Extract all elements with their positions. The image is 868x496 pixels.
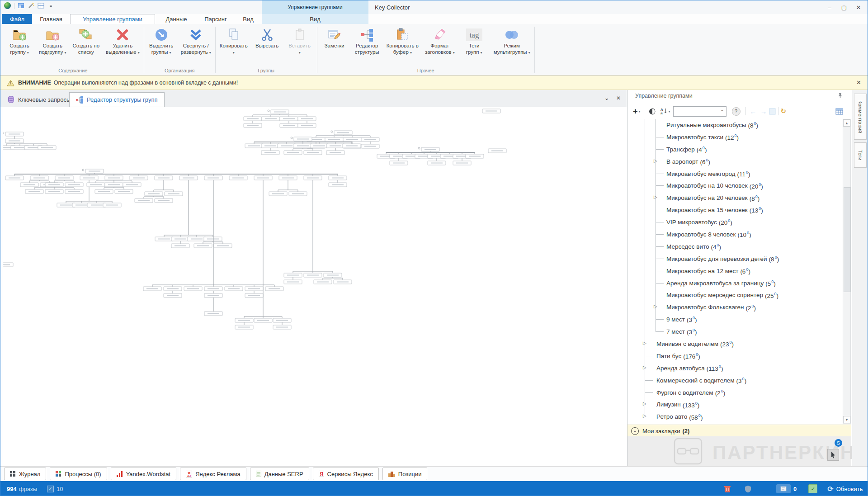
tab-view[interactable]: Вид (236, 14, 260, 24)
tab-parsing[interactable]: Парсинг (198, 14, 234, 24)
group-tree-item[interactable]: Пати бус(1760) (627, 350, 843, 362)
split-table-icon[interactable] (38, 2, 44, 9)
add-group-button[interactable]: + (633, 107, 638, 116)
tab-data[interactable]: Данные (158, 14, 195, 24)
group-tree-item[interactable]: Аренда микроавтобуса за границу(50) (627, 277, 843, 289)
group-tree-item[interactable]: Микроавтобус на 10 человек(200) (627, 180, 843, 192)
collapse-expand-button[interactable]: Свернуть / развернуть (178, 24, 214, 67)
group-tree-item[interactable]: Трансфер(40) (627, 143, 843, 156)
refresh-icon[interactable]: ⟳ (827, 485, 833, 493)
serp-data-button[interactable]: Данные SERP (250, 468, 309, 480)
processes-button[interactable]: Процессы (0) (50, 468, 107, 480)
create-subgroup-button[interactable]: Создать подгруппу (36, 24, 70, 67)
cursor-button[interactable] (827, 449, 839, 461)
positions-button[interactable]: Позиции (382, 468, 428, 480)
group-tree-item[interactable]: Микроавтобус для перевозки детей(80) (627, 253, 843, 265)
group-tree-item[interactable]: Микроавтобус 8 человек(100) (627, 228, 843, 241)
status-ok-checkbox[interactable]: ✓ (808, 484, 817, 493)
toggle-view-icon[interactable] (649, 108, 656, 115)
group-tree-item[interactable]: Микроавтобус мерседес спринтер(250) (627, 289, 843, 301)
bookmarks-bar[interactable]: ⌄ Мои закладки (2) (627, 425, 851, 437)
scroll-up-icon[interactable]: ▲ (843, 119, 850, 127)
tab-file[interactable]: Файл (2, 14, 32, 24)
sort-dropdown[interactable] (669, 109, 670, 113)
minimize-button[interactable]: – (823, 2, 836, 13)
scroll-down-icon[interactable]: ▼ (843, 416, 850, 423)
group-tree-item[interactable]: Коммерческий с водителем(30) (627, 374, 843, 387)
warning-close-icon[interactable]: ✕ (856, 79, 861, 86)
yandex-ads-button[interactable]: ЯAd Яндекс Реклама (180, 468, 246, 480)
close-button[interactable]: ✕ (852, 2, 865, 13)
group-filter-combobox[interactable] (673, 106, 726, 117)
yandex-services-button[interactable]: Я Сервисы Яндекс (313, 468, 379, 480)
group-tree-item[interactable]: ▷Микроавтобус Фольксваген(20) (627, 301, 843, 313)
doc-tab-close-icon[interactable]: ✕ (616, 95, 621, 101)
group-tags-button[interactable]: tag Теги групп (458, 24, 491, 67)
sort-icon[interactable]: Ая (660, 108, 668, 115)
expand-triangle-icon[interactable]: ▷ (654, 194, 657, 199)
doc-tab-structure-editor[interactable]: Редактор структуры групп (69, 92, 165, 107)
copy-to-clipboard-button[interactable]: Копировать в буфер (383, 24, 422, 67)
expand-triangle-icon[interactable]: ▷ (643, 340, 646, 345)
journal-button[interactable]: Журнал (4, 468, 46, 480)
wand-icon[interactable] (28, 2, 34, 9)
group-count: (1130) (707, 364, 723, 372)
folders-plus-icon (79, 27, 93, 43)
tab-list-chevron-icon[interactable]: ⌄ (604, 95, 609, 101)
group-tree-item[interactable]: ▷Ретро авто(580) (627, 411, 843, 423)
group-tree-item[interactable]: Микроавтобус такси(120) (627, 131, 843, 143)
structure-canvas[interactable] (3, 107, 625, 465)
maximize-button[interactable]: ▢ (838, 2, 850, 13)
group-tree-item[interactable]: Микроавтобус межгород(110) (627, 168, 843, 180)
multigroup-mode-button[interactable]: Режим мультигруппы (491, 24, 533, 67)
help-icon[interactable]: ? (732, 107, 741, 116)
refresh-groups-icon[interactable]: ↻ (781, 107, 787, 115)
group-tree-item[interactable]: Микроавтобус на 12 мест(60) (627, 265, 843, 277)
expand-triangle-icon[interactable]: ▷ (654, 304, 657, 309)
structure-editor-button[interactable]: Редактор структуры (351, 24, 383, 67)
create-by-list-button[interactable]: Создать по списку (70, 24, 103, 67)
shield-icon[interactable] (745, 485, 751, 493)
notes-button[interactable]: Заметки (318, 24, 351, 67)
contextual-tab-view[interactable]: Вид (262, 14, 368, 24)
wordstat-button[interactable]: Yandex.Wordstat (111, 468, 177, 480)
group-tree-item[interactable]: ▷Минивэн с водителем(230) (627, 338, 843, 350)
group-tree-item[interactable]: Микроавтобус на 15 человек(130) (627, 204, 843, 216)
group-tree-item[interactable]: 7 мест(30) (627, 326, 843, 338)
selection-checkbox[interactable]: ✓ (47, 486, 54, 492)
tab-home[interactable]: Главная (35, 14, 67, 24)
create-group-button[interactable]: Создать группу (3, 24, 36, 67)
delete-selected-button[interactable]: Удалить выделенные (103, 24, 143, 67)
customize-quick-access-icon[interactable]: ≡ (47, 2, 54, 9)
group-tree-item[interactable]: Ритуальные микроавтобусы(80) (627, 119, 843, 131)
expand-triangle-icon[interactable]: ▷ (643, 365, 646, 370)
add-group-dropdown[interactable] (639, 109, 641, 113)
group-tree-item[interactable]: ▷Микроавтобус на 20 человек(80) (627, 192, 843, 204)
panel-scrollbar[interactable]: ▲ ▼ (843, 119, 851, 424)
cut-button[interactable]: Вырезать (251, 24, 283, 67)
layout-icon[interactable] (18, 2, 24, 9)
refresh-label[interactable]: Обновить (836, 486, 863, 492)
side-tab-comment[interactable]: Комментарий (854, 94, 867, 140)
table-view-icon[interactable] (835, 108, 843, 115)
expand-triangle-icon[interactable]: ▷ (654, 158, 657, 163)
expand-triangle-icon[interactable]: ▷ (643, 401, 646, 406)
group-tree-item[interactable]: VIP микроавтобус(200) (627, 216, 843, 228)
group-tree-item[interactable]: ▷Аренда автобуса(1130) (627, 362, 843, 374)
side-tab-tags[interactable]: Теги (854, 142, 867, 168)
scrollbar-thumb[interactable] (844, 187, 851, 292)
trash-icon[interactable] (724, 485, 731, 493)
group-count: (30) (687, 328, 697, 335)
copy-button[interactable]: Копировать (217, 24, 251, 67)
pin-icon[interactable] (837, 93, 843, 99)
tab-group-management[interactable]: Управление группами (70, 14, 155, 24)
group-tree-item[interactable]: 9 мест(30) (627, 313, 843, 326)
header-format-button[interactable]: Формат заголовков (422, 24, 458, 67)
group-tree-item[interactable]: Мерседес вито(40) (627, 241, 843, 253)
select-groups-button[interactable]: Выделить группы (145, 24, 178, 67)
group-tree-item[interactable]: Фургон с водителем(20) (627, 387, 843, 399)
doc-tab-keywords[interactable]: Ключевые запросы (1, 92, 77, 107)
expand-triangle-icon[interactable]: ▷ (643, 413, 646, 418)
group-tree-item[interactable]: ▷Лимузин(1330) (627, 398, 843, 411)
group-tree-item[interactable]: ▷В аэропорт(60) (627, 156, 843, 168)
